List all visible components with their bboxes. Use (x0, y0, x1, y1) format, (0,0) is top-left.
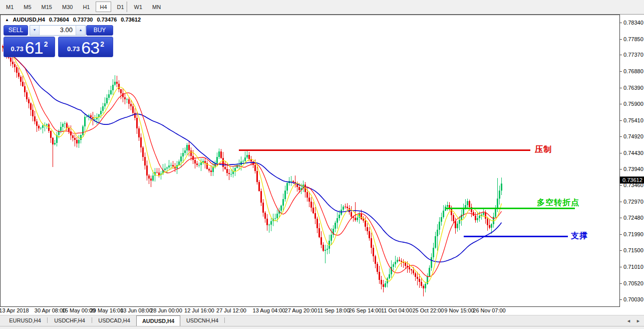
x-axis-label: 28 Jun 00:00 (150, 307, 182, 313)
x-axis-label: 13 Jun 08:00 (120, 307, 152, 313)
price-tick (620, 185, 622, 186)
timeframe-button-M30[interactable]: M30 (58, 2, 77, 12)
y-axis-label: 0.78340 (623, 20, 643, 26)
timeframe-toolbar: M1M5M15M30H1H4D1W1MN (0, 0, 644, 15)
tab-USDCHF-H4[interactable]: USDCHF,H4 (48, 315, 92, 326)
x-axis-label: 13 Aug 04:00 (253, 307, 285, 313)
time-axis[interactable]: 13 Apr 201830 Apr 08:0015 May 00:0029 Ma… (0, 307, 620, 315)
timeframe-button-M5[interactable]: M5 (20, 2, 35, 12)
price-tick (620, 234, 622, 235)
x-axis-label: 25 Oct 22:00 (413, 307, 444, 313)
sell-price-pip: 2 (44, 40, 48, 48)
price-tick (620, 283, 622, 284)
chart-symbol: AUDUSD,H4 (13, 17, 45, 23)
ohlc-open: 0.73604 (49, 17, 69, 23)
resistance-label: 压制 (535, 145, 552, 154)
ohlc-low: 0.73476 (97, 17, 117, 23)
price-tick (620, 71, 622, 72)
y-axis-label: 0.77370 (623, 52, 643, 58)
y-axis-label: 0.77850 (623, 36, 643, 42)
price-tick (620, 23, 622, 23)
price-tick (620, 120, 622, 121)
y-axis-label: 0.71010 (623, 264, 643, 270)
y-axis-label: 0.76880 (623, 68, 643, 74)
buy-button[interactable]: BUY (86, 25, 113, 36)
price-tick (620, 104, 622, 104)
y-axis-label: 0.70520 (623, 280, 643, 286)
toolbar-separator (127, 2, 128, 12)
y-axis-label: 0.72970 (623, 199, 643, 205)
price-axis[interactable]: 0.783400.778500.773700.768800.763900.759… (620, 15, 644, 315)
timeframe-button-MN[interactable]: MN (148, 2, 165, 12)
ohlc-high: 0.73730 (73, 17, 93, 23)
price-tick (620, 169, 622, 170)
pivot-line[interactable] (446, 208, 575, 209)
tab-AUDUSD-H4[interactable]: AUDUSD,H4 (136, 315, 180, 326)
support-line[interactable] (464, 236, 568, 237)
timeframe-button-M1[interactable]: M1 (2, 2, 18, 12)
price-tick (620, 250, 622, 251)
ohlc-close: 0.73612 (121, 17, 141, 23)
y-axis-label: 0.73940 (623, 166, 643, 172)
volume-decrease-icon[interactable]: ▼ (30, 26, 40, 35)
timeframe-button-D1[interactable]: D1 (113, 2, 128, 12)
y-axis-label: 0.74430 (623, 150, 643, 156)
x-axis-label: 30 Apr 08:00 (35, 307, 66, 313)
volume-increase-icon[interactable]: ▲ (76, 26, 85, 35)
chart-window: 压制多空转折点支撑 ▲ AUDUSD,H4 0.73604 0.73730 0.… (0, 15, 620, 307)
buy-price-display[interactable]: 0.73 63 2 (58, 37, 113, 57)
x-axis-label: 27 Aug 20:00 (285, 307, 317, 313)
chart-tab-bar: EURUSD,H4USDCHF,H4USDCAD,H4AUDUSD,H4USDC… (0, 315, 644, 326)
price-tick (620, 267, 622, 267)
y-axis-label: 0.75410 (623, 117, 643, 123)
x-axis-label: 11 Sep 18:00 (317, 307, 350, 313)
price-tick (620, 299, 622, 300)
sell-price-prefix: 0.73 (11, 44, 24, 55)
y-axis-label: 0.71500 (623, 247, 643, 253)
buy-price-big: 63 (81, 41, 99, 55)
price-tick (620, 153, 622, 153)
y-axis-label: 0.76390 (623, 85, 643, 91)
tab-USDCNH-H4[interactable]: USDCNH,H4 (180, 315, 224, 326)
support-label: 支撑 (571, 231, 588, 240)
current-price-badge: 0.73612 (620, 177, 644, 184)
y-axis-label: 0.70030 (623, 296, 643, 302)
resistance-line[interactable] (239, 149, 530, 151)
timeframe-button-M15[interactable]: M15 (38, 2, 56, 12)
timeframe-button-H4[interactable]: H4 (96, 2, 111, 12)
one-click-trading-panel: SELL ▼ 3.00 ▲ BUY 0.73 61 2 0.73 63 2 (4, 25, 113, 57)
tab-EURUSD-H4[interactable]: EURUSD,H4 (3, 315, 47, 326)
x-axis-label: 27 Jul 12:00 (216, 307, 246, 313)
price-tick (620, 218, 622, 218)
pivot-label: 多空转折点 (537, 198, 579, 207)
y-axis-label: 0.75900 (623, 101, 643, 107)
x-axis-label: 26 Sep 14:00 (349, 307, 381, 313)
volume-input[interactable]: 3.00 (40, 26, 76, 35)
x-axis-label: 29 May 16:00 (90, 307, 124, 313)
tab-separator (224, 317, 225, 323)
tab-scroll-left-icon[interactable]: ◄ (626, 318, 631, 324)
timeframe-button-W1[interactable]: W1 (130, 2, 147, 12)
x-axis-label: 9 Nov 15:00 (444, 307, 474, 313)
timeframe-button-H1[interactable]: H1 (79, 2, 94, 12)
y-axis-label: 0.74920 (623, 133, 643, 139)
price-tick (620, 136, 622, 137)
status-strip (0, 326, 644, 329)
buy-price-prefix: 0.73 (67, 44, 80, 55)
volume-spinner: ▼ 3.00 ▲ (30, 25, 86, 36)
price-tick (620, 88, 622, 88)
x-axis-label: 13 Apr 2018 (0, 307, 29, 313)
sell-price-display[interactable]: 0.73 61 2 (4, 37, 55, 57)
buy-price-pip: 2 (100, 40, 104, 48)
tab-scroll-right-icon[interactable]: ► (636, 318, 640, 324)
tab-USDCAD-H4[interactable]: USDCAD,H4 (92, 315, 136, 326)
x-axis-label: 26 Nov 07:00 (473, 307, 505, 313)
price-tick (620, 202, 622, 202)
y-axis-label: 0.72480 (623, 215, 643, 221)
sell-button[interactable]: SELL (4, 25, 28, 36)
price-tick (620, 39, 622, 40)
sell-price-big: 61 (25, 41, 43, 55)
price-chart-canvas[interactable] (1, 15, 619, 306)
x-axis-label: 11 Oct 04:00 (381, 307, 412, 313)
collapse-panel-icon[interactable]: ▲ (5, 18, 9, 22)
